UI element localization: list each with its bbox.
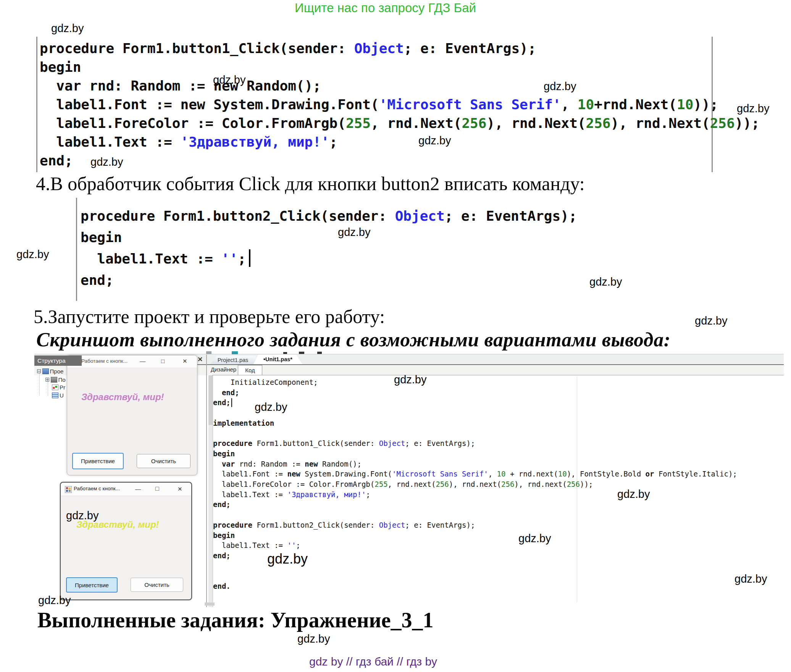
- footer-text: gdz by // гдз бай // гдз by: [309, 655, 437, 668]
- screenshot-caption: Скриншот выполненного задания с возможны…: [36, 328, 670, 351]
- tree-item-label: U: [60, 392, 64, 399]
- scrollbar-thumb[interactable]: [208, 375, 213, 425]
- tab-designer[interactable]: Дизайнер: [211, 366, 236, 373]
- tab-project1-pas[interactable]: Project1.pas: [210, 356, 256, 364]
- greeting-button[interactable]: Приветствие: [72, 453, 124, 469]
- app-window-1: Работаем с кнопк... — □ ✕ Здравствуй, ми…: [67, 355, 197, 475]
- gdz-watermark: gdz.by: [617, 488, 650, 501]
- gdz-watermark: gdz.by: [695, 315, 727, 327]
- window-title: Работаем с кнопк...: [74, 486, 120, 491]
- tree-connector: [48, 382, 48, 396]
- gdz-watermark: gdz.by: [255, 401, 287, 414]
- code-line: [213, 428, 737, 439]
- code-line: end;: [81, 270, 577, 291]
- titlebar[interactable]: Работаем с кнопк... — □ ✕: [61, 483, 191, 496]
- tree-item-unit[interactable]: U: [52, 392, 64, 399]
- toolbar-artifact-icon: [232, 351, 238, 354]
- code-line: [213, 510, 737, 520]
- code-block-button1: procedure Form1.button1_Click(sender: Ob…: [36, 37, 713, 172]
- code-line: procedure Form1.button1_Click(sender: Ob…: [213, 438, 737, 449]
- code-line: label1.Text := '';: [81, 248, 577, 270]
- text-cursor: [249, 249, 250, 267]
- gdz-watermark: gdz.by: [338, 226, 370, 239]
- unit-icon: [52, 393, 58, 398]
- code-line: label1.ForeColor := Color.FromArgb(255, …: [213, 479, 737, 489]
- promo-text: Ищите нас по запросу ГДЗ Бай: [295, 1, 476, 15]
- gdz-watermark: gdz.by: [734, 573, 767, 585]
- tree-item-label: Прое: [50, 368, 64, 375]
- gdz-watermark: gdz.by: [213, 74, 245, 86]
- gdz-watermark: gdz.by: [51, 22, 84, 35]
- gdz-watermark: gdz.by: [66, 509, 98, 522]
- gdz-watermark: gdz.by: [544, 80, 576, 93]
- tab-unit1-pas[interactable]: •Unit1.pas*: [253, 355, 302, 364]
- project-tree: ⊟Прое ⊞По Pr U: [34, 366, 67, 412]
- maximize-button[interactable]: □: [161, 358, 165, 364]
- code-line: begin: [81, 227, 577, 248]
- app-window-2: Работаем с кнопк... — □ ✕ Здравствуй, ми…: [60, 482, 192, 600]
- folder-icon: [51, 377, 57, 383]
- page: { "promo": {"text": "Ищите нас по запрос…: [0, 0, 791, 672]
- code-line: label1.Font := new System.Drawing.Font('…: [40, 95, 712, 114]
- code-line: var rnd: Random := new Random();: [213, 459, 737, 469]
- code-line: label1.Text := 'Здравствуй, мир!';: [213, 489, 737, 500]
- clear-button[interactable]: Очистить: [131, 578, 183, 592]
- code-line: procedure Form1.button2_Click(sender: Ob…: [81, 205, 577, 227]
- gdz-watermark: gdz.by: [38, 594, 71, 607]
- gdz-watermark: gdz.by: [297, 633, 330, 645]
- toolbar-artifact-icon: [206, 351, 211, 354]
- structure-panel-header: Структура: [34, 355, 82, 366]
- screenshot-bottom-artifact: [205, 603, 215, 606]
- code-line: label1.Font := new System.Drawing.Font('…: [213, 469, 737, 479]
- code-line: procedure Form1.button1_Click(sender: Ob…: [40, 39, 712, 58]
- heading-step5: 5.Запустите проект и проверьте его работ…: [34, 305, 385, 328]
- text-cursor: [231, 398, 232, 407]
- project-icon: [42, 368, 49, 374]
- heading-step4: 4.В обработчик события Click для кнопки …: [36, 173, 585, 195]
- code-line: begin: [40, 58, 712, 76]
- window-title: Работаем с кнопк...: [81, 358, 128, 364]
- titlebar[interactable]: Работаем с кнопк... — □ ✕: [67, 355, 197, 368]
- code-line: begin: [213, 449, 737, 459]
- close-button[interactable]: ✕: [182, 358, 187, 365]
- code-line: label1.ForeColor := Color.FromArgb(255, …: [40, 114, 712, 132]
- gdz-watermark: gdz.by: [418, 134, 451, 147]
- greeting-button[interactable]: Приветствие: [66, 577, 118, 593]
- toolbar-artifact-icon: [283, 352, 287, 354]
- clear-button[interactable]: Очистить: [137, 454, 190, 468]
- ide-editor-top-border: [212, 375, 784, 375]
- code-line: end;: [40, 151, 712, 170]
- gdz-watermark: gdz.by: [90, 156, 123, 168]
- code-line: InitializeComponent;: [213, 377, 737, 388]
- tree-connector: [39, 373, 40, 396]
- code-line: label1.Text := '';: [213, 540, 737, 551]
- hello-label: Здравствуй, мир!: [81, 392, 164, 402]
- code-line: begin: [213, 530, 737, 541]
- gdz-watermark: gdz.by: [518, 532, 551, 545]
- file-icon: [52, 384, 58, 390]
- code-line: end;: [213, 397, 737, 408]
- heading-done: Выполненные задания: Упражнение_3_1: [37, 608, 434, 632]
- gdz-watermark: gdz.by: [737, 102, 769, 115]
- code-line: end;: [213, 499, 737, 510]
- tree-item-label: Pr: [60, 384, 65, 391]
- gdz-watermark: gdz.by: [589, 276, 622, 288]
- code-line: label1.Text := 'Здравствуй, мир!';: [40, 132, 712, 151]
- tree-item-project-file[interactable]: Pr: [52, 384, 65, 391]
- app-icon: [65, 486, 72, 493]
- panel-editor-separator: [206, 355, 207, 607]
- minimize-button[interactable]: —: [135, 486, 141, 492]
- toolbar-artifact-icon: [317, 352, 322, 354]
- tab-code[interactable]: Код: [238, 365, 262, 375]
- code-block-button2: procedure Form1.button2_Click(sender: Ob…: [76, 198, 577, 301]
- code-line: procedure Form1.button2_Click(sender: Ob…: [213, 520, 737, 530]
- code-line: end.: [213, 581, 737, 591]
- tree-item-project[interactable]: ⊟Прое: [37, 368, 63, 375]
- code-line: implementation: [213, 418, 737, 428]
- gdz-watermark: gdz.by: [394, 373, 426, 386]
- minimize-button[interactable]: —: [140, 358, 145, 364]
- close-button[interactable]: ✕: [178, 486, 182, 493]
- panel-close-icon[interactable]: ✕: [197, 355, 203, 363]
- maximize-button[interactable]: □: [155, 485, 159, 492]
- gdz-watermark: gdz.by: [267, 551, 308, 567]
